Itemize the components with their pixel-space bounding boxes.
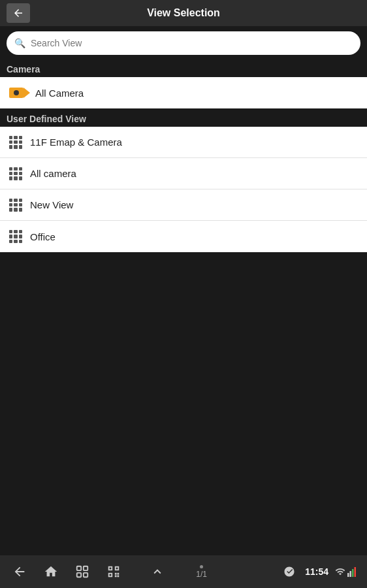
svg-rect-7: [110, 568, 112, 570]
svg-rect-10: [115, 573, 117, 575]
signal-icons: [335, 566, 357, 577]
svg-rect-13: [118, 576, 120, 578]
all-camera-item[interactable]: All Camera: [0, 77, 367, 108]
svg-rect-16: [352, 569, 354, 577]
home-nav-icon: [44, 564, 58, 579]
svg-rect-2: [77, 573, 81, 577]
qr-nav-button[interactable]: [104, 563, 123, 581]
search-bar: 🔍: [7, 31, 360, 55]
search-container: 🔍: [0, 26, 367, 60]
grid-icon: [9, 199, 22, 212]
list-item-label: Office: [30, 231, 56, 242]
recents-nav-button[interactable]: [73, 563, 91, 581]
grid-icon: [9, 167, 22, 180]
page-title: View Selection: [147, 7, 220, 19]
all-camera-label: All Camera: [35, 88, 84, 99]
svg-rect-17: [355, 567, 357, 577]
system-time: 11:54: [305, 566, 328, 577]
list-item-label: All camera: [30, 168, 76, 179]
header: View Selection: [0, 0, 367, 26]
signal-strength-icon: [347, 566, 357, 577]
svg-rect-14: [347, 573, 349, 577]
svg-rect-9: [110, 574, 112, 576]
list-item[interactable]: All camera: [0, 158, 367, 189]
list-item[interactable]: New View: [0, 189, 367, 221]
back-nav-button[interactable]: [10, 563, 29, 581]
svg-rect-0: [77, 566, 81, 570]
alarm-nav-icon: [280, 563, 298, 581]
alarm-icon: [283, 566, 295, 578]
svg-rect-8: [116, 568, 118, 570]
wifi-icon: [335, 566, 345, 577]
camera-icon: [9, 86, 27, 100]
home-nav-button[interactable]: [42, 563, 60, 581]
list-item-label: 11F Emap & Camera: [30, 137, 122, 148]
grid-icon: [9, 136, 22, 149]
search-icon: 🔍: [14, 38, 25, 48]
up-arrow-icon: [150, 564, 165, 579]
svg-rect-3: [84, 573, 88, 577]
recents-nav-icon: [75, 564, 89, 579]
search-input[interactable]: [31, 38, 353, 48]
back-button[interactable]: [7, 3, 30, 23]
qr-nav-icon: [106, 564, 121, 579]
page-dot: [200, 565, 203, 568]
back-arrow-icon: [12, 7, 24, 19]
svg-rect-15: [350, 571, 352, 577]
svg-rect-1: [84, 566, 88, 570]
up-arrow-nav[interactable]: [150, 564, 165, 581]
nav-left-group: [10, 563, 123, 581]
list-item[interactable]: Office: [0, 221, 367, 252]
page-indicator: 1/1: [196, 565, 207, 579]
svg-rect-11: [118, 573, 120, 575]
user-defined-list: 11F Emap & Camera All camera New View Of…: [0, 127, 367, 252]
svg-rect-12: [115, 576, 117, 578]
nav-bar: 1/1 11:54: [0, 555, 367, 588]
back-nav-icon: [12, 564, 27, 579]
user-defined-section-label: User Defined View: [0, 110, 367, 127]
nav-right-group: 11:54: [280, 563, 357, 581]
list-item[interactable]: 11F Emap & Camera: [0, 127, 367, 158]
page-number: 1/1: [196, 570, 207, 579]
camera-section-label: Camera: [0, 60, 367, 77]
grid-icon: [9, 230, 22, 243]
list-item-label: New View: [30, 199, 73, 210]
